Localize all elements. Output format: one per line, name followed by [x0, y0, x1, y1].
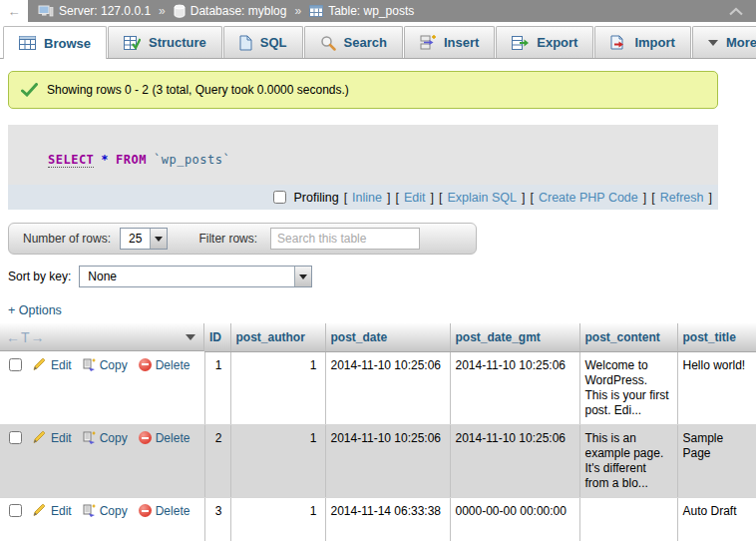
delete-link[interactable]: Delete — [139, 431, 190, 445]
column-header-post-date-gmt[interactable]: post_date_gmt — [450, 323, 579, 352]
options-toggle-link[interactable]: + Options — [8, 303, 62, 317]
cell-post-date: 2014-11-10 10:25:06 — [325, 425, 450, 498]
pencil-icon — [32, 503, 47, 517]
breadcrumb-bar: ← Server: 127.0.0.1 » Database: myblog »… — [0, 0, 756, 22]
row-select-checkbox[interactable] — [9, 358, 22, 371]
results-table: ←T→ ID post_author post_date post_date_g… — [0, 323, 756, 541]
cell-post-title: Sample Page — [677, 425, 756, 498]
create-php-code-link[interactable]: Create PHP Code — [539, 191, 638, 205]
cell-post-content: This is an example page. It's different … — [579, 425, 677, 498]
table-row: EditCopyDelete 3 1 2014-11-14 06:33:38 0… — [0, 498, 756, 541]
tab-label: SQL — [260, 35, 287, 50]
row-actions-nav-glyph: ←T→ — [6, 329, 46, 345]
breadcrumb-separator: » — [159, 4, 166, 18]
cell-post-content — [579, 498, 677, 541]
filter-rows-label: Filter rows: — [198, 232, 257, 246]
cell-id: 3 — [204, 498, 230, 541]
tab-import[interactable]: Import — [594, 26, 690, 58]
edit-label: Edit — [51, 358, 72, 372]
copy-label: Copy — [100, 431, 128, 445]
table-row: EditCopyDelete 2 1 2014-11-10 10:25:06 2… — [0, 425, 756, 498]
row-select-checkbox[interactable] — [9, 431, 22, 444]
cell-post-date-gmt: 2014-11-10 10:25:06 — [450, 425, 579, 498]
breadcrumb-separator: » — [294, 4, 301, 18]
row-actions-cell: EditCopyDelete — [0, 352, 204, 425]
profiling-label: Profiling — [293, 191, 338, 205]
breadcrumb-server[interactable]: Server: 127.0.0.1 — [59, 4, 151, 18]
column-header-post-author[interactable]: post_author — [230, 323, 325, 352]
bracket: [ — [530, 191, 533, 205]
tab-search[interactable]: Search — [304, 26, 403, 58]
copy-icon — [83, 431, 96, 444]
column-header-actions[interactable]: ←T→ — [0, 323, 204, 351]
tab-bar: Browse Structure SQL Search Insert — [0, 22, 756, 59]
delete-link[interactable]: Delete — [139, 504, 190, 518]
pencil-icon — [32, 430, 47, 444]
edit-link[interactable]: Edit — [32, 358, 72, 372]
tab-label: More — [726, 35, 756, 50]
edit-link[interactable]: Edit — [32, 504, 72, 518]
delete-label: Delete — [156, 358, 190, 372]
inline-link[interactable]: Inline — [352, 191, 382, 205]
delete-label: Delete — [156, 431, 190, 445]
filter-rows-input[interactable] — [270, 228, 420, 250]
sort-by-key-label: Sort by key: — [8, 270, 71, 283]
table-icon — [309, 5, 323, 17]
edit-query-link[interactable]: Edit — [404, 191, 426, 205]
tab-more[interactable]: More — [692, 26, 756, 58]
success-check-icon — [21, 83, 38, 97]
bracket: ] — [709, 191, 712, 205]
cell-id: 1 — [204, 352, 230, 425]
sql-identifier: `wp_posts` — [154, 153, 230, 167]
column-header-post-content[interactable]: post_content — [579, 323, 677, 352]
number-of-rows-select[interactable]: 25 — [120, 228, 168, 250]
explain-sql-link[interactable]: Explain SQL — [447, 191, 516, 205]
column-header-id[interactable]: ID — [204, 323, 230, 352]
column-header-post-title[interactable]: post_title — [677, 323, 756, 352]
chevron-down-icon — [299, 274, 307, 279]
chevron-down-icon — [155, 237, 163, 242]
column-header-post-date[interactable]: post_date — [325, 323, 450, 352]
copy-link[interactable]: Copy — [83, 358, 128, 372]
breadcrumb-table[interactable]: Table: wp_posts — [328, 4, 414, 18]
table-row: EditCopyDelete 1 1 2014-11-10 10:25:06 2… — [0, 352, 756, 425]
browse-icon — [19, 36, 36, 50]
tab-insert[interactable]: Insert — [404, 26, 495, 58]
cell-post-author: 1 — [230, 425, 325, 498]
delete-link[interactable]: Delete — [139, 358, 190, 372]
copy-icon — [83, 504, 96, 517]
sort-by-key-value: None — [80, 270, 294, 283]
bracket: [ — [439, 191, 442, 205]
cell-post-author: 1 — [230, 498, 325, 541]
sql-keyword-from: FROM — [116, 153, 147, 167]
sort-descending-icon[interactable] — [186, 334, 195, 340]
number-of-rows-label: Number of rows: — [23, 232, 111, 246]
breadcrumb-database[interactable]: Database: myblog — [190, 4, 287, 18]
refresh-link[interactable]: Refresh — [660, 191, 704, 205]
tab-export[interactable]: Export — [496, 26, 593, 58]
tab-sql[interactable]: SQL — [223, 26, 303, 58]
select-dropdown-button[interactable] — [150, 229, 167, 249]
edit-link[interactable]: Edit — [32, 431, 72, 445]
copy-link[interactable]: Copy — [83, 504, 128, 518]
tab-structure[interactable]: Structure — [108, 26, 222, 58]
edit-label: Edit — [51, 504, 72, 518]
bracket: [ — [395, 191, 398, 205]
select-dropdown-button[interactable] — [294, 267, 311, 286]
bracket: [ — [344, 191, 347, 205]
tab-label: Structure — [149, 35, 206, 50]
copy-link[interactable]: Copy — [83, 431, 128, 445]
profiling-checkbox[interactable] — [273, 191, 286, 204]
export-icon — [512, 36, 529, 50]
collapse-panel-icon[interactable] — [728, 7, 744, 16]
row-select-checkbox[interactable] — [9, 504, 22, 517]
tab-label: Browse — [44, 36, 91, 51]
sql-keyword-select[interactable]: SELECT — [48, 153, 94, 168]
rows-filter-bar: Number of rows: 25 Filter rows: — [8, 223, 477, 255]
sort-by-key-select[interactable]: None — [79, 266, 312, 287]
delete-icon — [139, 358, 152, 371]
bracket: [ — [651, 191, 654, 205]
tab-browse[interactable]: Browse — [3, 26, 107, 59]
delete-label: Delete — [156, 504, 190, 518]
back-button[interactable]: ← — [0, 0, 28, 22]
